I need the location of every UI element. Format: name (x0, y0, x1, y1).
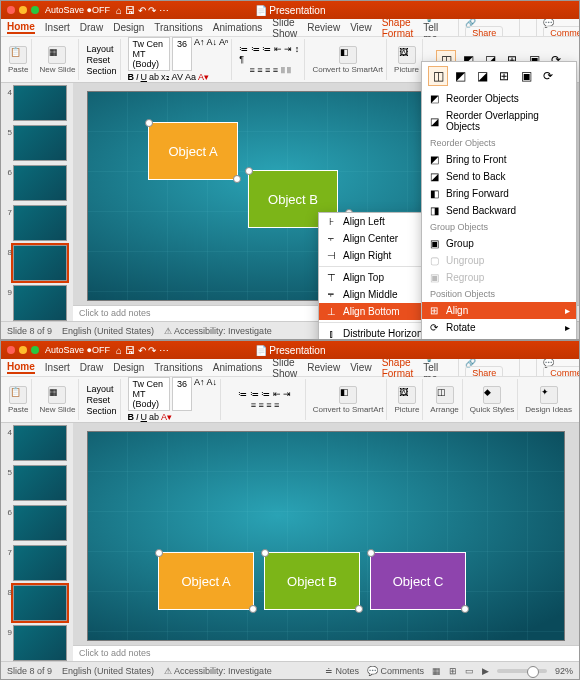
arrange-icon3[interactable]: ◪ (472, 66, 492, 86)
bold-button[interactable]: B (128, 412, 135, 422)
italic-button[interactable]: I (136, 412, 139, 422)
thumb-4[interactable]: 4 (13, 85, 67, 121)
design-ideas-button[interactable]: ✦Design Ideas (522, 379, 575, 420)
new-slide-button[interactable]: ▦New Slide (36, 379, 79, 420)
view-normal-icon[interactable]: ▦ (432, 666, 441, 676)
thumb-5[interactable]: 5 (13, 465, 67, 501)
group[interactable]: ▣Group (422, 235, 576, 252)
increase-font-icon[interactable]: A↑ (194, 37, 205, 71)
decrease-font-icon[interactable]: A↓ (207, 377, 218, 411)
tab-slideshow[interactable]: Slide Show (272, 17, 297, 39)
bring-forward[interactable]: ◧Bring Forward (422, 185, 576, 202)
rotate-menu-item[interactable]: ⟳Rotate (422, 319, 576, 336)
accessibility-indicator[interactable]: ⚠ Accessibility: Investigate (164, 666, 272, 676)
decrease-font-icon[interactable]: A↓ (207, 37, 218, 71)
comments-toggle[interactable]: 💬 Comments (367, 666, 424, 676)
clear-format-icon[interactable]: Aⁿ (219, 37, 228, 71)
font-name-select[interactable]: Tw Cen MT (Body) (128, 37, 170, 71)
thumb-8[interactable]: 8 (13, 245, 67, 281)
autosave-toggle[interactable]: AutoSave ●OFF (45, 345, 110, 355)
share-button[interactable]: 🔗 Share (458, 16, 520, 40)
tab-transitions[interactable]: Transitions (154, 22, 203, 33)
slide-canvas[interactable]: Object A Object B Object C (87, 431, 565, 641)
notes-toggle[interactable]: ≐ Notes (325, 666, 359, 676)
send-backward[interactable]: ◨Send Backward (422, 202, 576, 219)
thumb-6[interactable]: 6 (13, 505, 67, 541)
object-c[interactable]: Object C (370, 552, 466, 610)
picture-button[interactable]: 🖼Picture (391, 379, 423, 420)
tab-insert[interactable]: Insert (45, 362, 70, 373)
subscript-button[interactable]: x₂ (161, 72, 170, 82)
slide-thumbnails[interactable]: 4 5 6 7 8 9 (1, 83, 73, 321)
accessibility-indicator[interactable]: ⚠ Accessibility: Investigate (164, 326, 272, 336)
tab-draw[interactable]: Draw (80, 22, 103, 33)
tab-insert[interactable]: Insert (45, 22, 70, 33)
object-b[interactable]: Object B (264, 552, 360, 610)
new-slide-button[interactable]: ▦New Slide (36, 39, 79, 80)
quick-styles-button[interactable]: ◆Quick Styles (467, 379, 518, 420)
quick-access-icons[interactable]: ⌂ 🖫 ↶ ↷ ⋯ (116, 345, 169, 356)
arrange-button[interactable]: ◫Arrange (427, 379, 462, 420)
font-color-button[interactable]: A▾ (198, 72, 209, 82)
tab-home[interactable]: Home (7, 21, 35, 34)
increase-font-icon[interactable]: A↑ (194, 377, 205, 411)
tab-draw[interactable]: Draw (80, 362, 103, 373)
thumb-5[interactable]: 5 (13, 125, 67, 161)
underline-button[interactable]: U (141, 412, 148, 422)
object-a[interactable]: Object A (158, 552, 254, 610)
arrange-grid-icon[interactable]: ◫ (428, 66, 448, 86)
autosave-toggle[interactable]: AutoSave ●OFF (45, 5, 110, 15)
tab-view[interactable]: View (350, 22, 372, 33)
reorder-overlapping[interactable]: ◪Reorder Overlapping Objects (422, 107, 576, 135)
view-reading-icon[interactable]: ▭ (465, 666, 474, 676)
zoom-level[interactable]: 92% (555, 666, 573, 676)
send-to-back[interactable]: ◪Send to Back (422, 168, 576, 185)
tab-home[interactable]: Home (7, 361, 35, 374)
thumb-9[interactable]: 9 (13, 285, 67, 321)
tab-design[interactable]: Design (113, 22, 144, 33)
italic-button[interactable]: I (136, 72, 139, 82)
tab-shape-format[interactable]: Shape Format (382, 17, 414, 39)
font-size-select[interactable]: 36 (172, 37, 192, 71)
comments-button[interactable]: 💬 Comments (536, 16, 580, 40)
arrange-icon5[interactable]: ▣ (516, 66, 536, 86)
slide-options[interactable]: LayoutResetSection (83, 379, 120, 420)
tab-design[interactable]: Design (113, 362, 144, 373)
strike-button[interactable]: ab (149, 412, 159, 422)
paragraph-group[interactable]: ≔ ≔ ≔ ⇤ ⇥ ↕ ¶ ≡ ≡ ≡ ≡ ⫴ ⫴ (236, 39, 305, 80)
view-slideshow-icon[interactable]: ▶ (482, 666, 489, 676)
language-indicator[interactable]: English (United States) (62, 326, 154, 336)
font-case-button[interactable]: Aa (185, 72, 196, 82)
reorder-objects[interactable]: ◩Reorder Objects (422, 90, 576, 107)
thumb-7[interactable]: 7 (13, 205, 67, 241)
underline-button[interactable]: U (141, 72, 148, 82)
view-sorter-icon[interactable]: ⊞ (449, 666, 457, 676)
thumb-8[interactable]: 8 (13, 585, 67, 621)
tab-review[interactable]: Review (307, 362, 340, 373)
quick-access-icons[interactable]: ⌂ 🖫 ↶ ↷ ⋯ (116, 5, 169, 16)
comments-button[interactable]: 💬 Comments (536, 356, 580, 380)
font-name-select[interactable]: Tw Cen MT (Body) (128, 377, 170, 411)
bring-to-front[interactable]: ◩Bring to Front (422, 151, 576, 168)
arrange-icon6[interactable]: ⟳ (538, 66, 558, 86)
slide-thumbnails[interactable]: 4 5 6 7 8 9 (1, 423, 73, 661)
slide-options[interactable]: LayoutResetSection (83, 39, 120, 80)
tab-review[interactable]: Review (307, 22, 340, 33)
notes-pane[interactable]: Click to add notes (73, 645, 579, 661)
font-size-select[interactable]: 36 (172, 377, 192, 411)
language-indicator[interactable]: English (United States) (62, 666, 154, 676)
tab-transitions[interactable]: Transitions (154, 362, 203, 373)
arrange-icon2[interactable]: ◩ (450, 66, 470, 86)
thumb-4[interactable]: 4 (13, 425, 67, 461)
window-controls[interactable] (7, 346, 39, 354)
tab-animations[interactable]: Animations (213, 362, 262, 373)
tab-slideshow[interactable]: Slide Show (272, 357, 297, 379)
paste-group[interactable]: 📋Paste (5, 39, 32, 80)
thumb-9[interactable]: 9 (13, 625, 67, 661)
arrange-icon4[interactable]: ⊞ (494, 66, 514, 86)
smartart-button[interactable]: ◧Convert to SmartArt (309, 39, 387, 80)
object-a[interactable]: Object A (148, 122, 238, 180)
thumb-7[interactable]: 7 (13, 545, 67, 581)
share-button[interactable]: 🔗 Share (458, 356, 520, 380)
font-color-button[interactable]: A▾ (161, 412, 172, 422)
